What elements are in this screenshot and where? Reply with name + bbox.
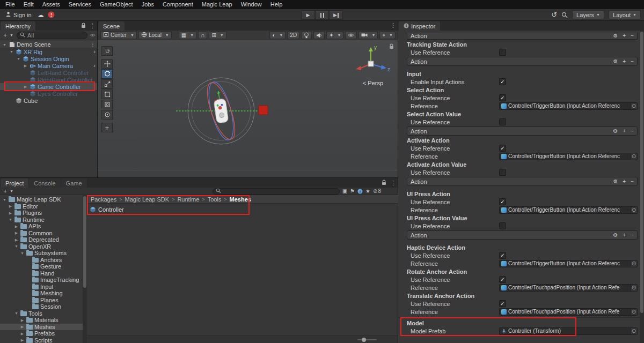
- minus-icon[interactable]: −: [631, 179, 634, 184]
- folder-input[interactable]: Input: [0, 284, 83, 290]
- scale-tool[interactable]: [101, 79, 113, 89]
- scrollbar-thumb[interactable]: [83, 196, 86, 288]
- minus-icon[interactable]: −: [631, 233, 634, 238]
- add-icon[interactable]: +: [623, 129, 626, 134]
- menu-jobs[interactable]: Jobs: [137, 0, 158, 9]
- object-picker-icon[interactable]: ⊙: [630, 260, 637, 267]
- action-property-box[interactable]: Action⚙+−: [407, 126, 638, 136]
- asset-controller[interactable]: Controller: [90, 206, 396, 213]
- expand-arrow-icon[interactable]: ▼: [9, 50, 14, 54]
- menu-edit[interactable]: Edit: [19, 0, 38, 9]
- expand-arrow-icon[interactable]: ▶: [14, 225, 19, 228]
- folder-openxr[interactable]: ▼OpenXR: [0, 243, 83, 250]
- tab-scene[interactable]: Scene: [98, 21, 125, 31]
- action-property-box[interactable]: Action⚙+−: [407, 57, 638, 66]
- folder-anchors[interactable]: Anchors: [0, 257, 83, 264]
- rotate-gizmo[interactable]: [161, 65, 365, 178]
- hierarchy-item-lefthand-controller[interactable]: LeftHand Controller: [0, 69, 98, 76]
- object-picker-icon[interactable]: ⊙: [630, 207, 637, 213]
- breadcrumb-runtime[interactable]: Runtime: [177, 196, 199, 203]
- expand-arrow-icon[interactable]: ▶: [8, 211, 13, 215]
- icon-size-slider[interactable]: [357, 339, 377, 340]
- gear-icon[interactable]: ⚙: [613, 179, 618, 184]
- search-by-type-icon[interactable]: ▣: [342, 189, 347, 194]
- folder-session[interactable]: Session: [0, 303, 83, 310]
- persp-label[interactable]: < Persp: [363, 80, 383, 86]
- sign-in-button[interactable]: Sign in: [3, 10, 34, 19]
- expand-arrow-icon[interactable]: ▼: [14, 311, 19, 315]
- object-field[interactable]: Controller/TouchpadPosition (Input Actio…: [499, 284, 638, 292]
- hierarchy-item-game-controller[interactable]: ▶Game Controller: [0, 83, 98, 90]
- lock-icon[interactable]: [389, 43, 394, 50]
- checkbox-use-reference[interactable]: [499, 49, 506, 56]
- rotate-tool[interactable]: [101, 69, 113, 79]
- folder-plugins[interactable]: ▶Plugins: [0, 210, 83, 217]
- tab-inspector[interactable]: Inspector: [399, 21, 440, 31]
- gear-icon[interactable]: ⚙: [613, 33, 618, 39]
- folder-runtime[interactable]: ▼Runtime: [0, 217, 83, 223]
- object-field[interactable]: Controller/TriggerButton (Input Action R…: [499, 206, 638, 214]
- favorites-star-icon[interactable]: ★: [365, 189, 370, 194]
- tab-game[interactable]: Game: [61, 178, 87, 188]
- minus-icon[interactable]: −: [631, 33, 634, 39]
- lock-icon[interactable]: [382, 180, 386, 187]
- add-tool-button[interactable]: +: [101, 123, 113, 132]
- menu-services[interactable]: Services: [64, 0, 96, 9]
- gizmos-dropdown[interactable]: ⌖▼: [379, 31, 396, 39]
- object-picker-icon[interactable]: ⊙: [630, 103, 637, 109]
- expand-arrow-icon[interactable]: ▶: [23, 85, 28, 88]
- hierarchy-item-cube[interactable]: Cube: [0, 97, 98, 104]
- panel-menu-icon[interactable]: ⋮: [390, 23, 396, 28]
- action-property-box[interactable]: Action⚙+−: [407, 177, 638, 186]
- folder-materials[interactable]: ▶Materials: [0, 317, 83, 324]
- hidden-packages-count[interactable]: ⊘8: [373, 188, 381, 194]
- checkbox-use-reference[interactable]: ✓: [499, 145, 506, 152]
- layers-dropdown[interactable]: Layers▼: [572, 10, 604, 19]
- add-object-button[interactable]: +▼: [2, 32, 14, 39]
- menu-help[interactable]: Help: [266, 0, 287, 9]
- hierarchy-item-xr-rig[interactable]: ▼XR Rig›: [0, 48, 98, 55]
- add-asset-button[interactable]: +▼: [2, 188, 14, 195]
- layout-dropdown[interactable]: Layout▼: [609, 10, 641, 19]
- gear-icon[interactable]: ⚙: [613, 233, 618, 238]
- object-field[interactable]: Controller/TouchpadPosition (Input Actio…: [499, 308, 638, 316]
- menu-assets[interactable]: Assets: [38, 0, 64, 9]
- transform-tool[interactable]: [101, 100, 113, 109]
- step-button[interactable]: ▶: [329, 10, 343, 20]
- checkbox-use-reference[interactable]: [499, 222, 506, 229]
- menu-component[interactable]: Component: [158, 0, 197, 9]
- folder-editor[interactable]: ▶Editor: [0, 203, 83, 210]
- expand-arrow-icon[interactable]: ▼: [14, 244, 19, 248]
- folder-deprecated[interactable]: ▶Deprecated: [0, 236, 83, 243]
- folder-meshing[interactable]: Meshing: [0, 290, 83, 297]
- add-icon[interactable]: +: [623, 59, 626, 64]
- object-field[interactable]: Controller/TriggerButton (Input Action R…: [499, 260, 638, 267]
- object-picker-icon[interactable]: ⊙: [630, 309, 637, 315]
- audio-toggle-icon[interactable]: [313, 31, 325, 39]
- folder-subsystems[interactable]: ▼Subsystems: [0, 250, 83, 257]
- lock-icon[interactable]: [81, 23, 86, 29]
- grid-visibility-dropdown[interactable]: ▦▼: [179, 31, 196, 39]
- folder-planes[interactable]: Planes: [0, 297, 83, 304]
- hierarchy-item-main-camera[interactable]: ▶Main Camera›: [0, 62, 98, 69]
- hierarchy-search-input[interactable]: All: [17, 32, 87, 39]
- project-search-input[interactable]: [213, 188, 340, 195]
- prefab-open-icon[interactable]: ›: [93, 63, 96, 69]
- checkbox-use-reference[interactable]: ✓: [499, 252, 506, 259]
- expand-arrow-icon[interactable]: ▼: [8, 218, 13, 221]
- checkbox-use-reference[interactable]: ✓: [499, 276, 506, 283]
- effects-dropdown[interactable]: ✦▼: [326, 31, 343, 39]
- expand-arrow-icon[interactable]: ▶: [20, 318, 25, 322]
- expand-arrow-icon[interactable]: ▶: [14, 231, 19, 235]
- add-icon[interactable]: +: [623, 33, 626, 39]
- menu-file[interactable]: File: [1, 0, 19, 9]
- action-property-box[interactable]: Action⚙+−: [407, 230, 638, 240]
- checkbox-use-reference[interactable]: [499, 169, 506, 176]
- action-property-box[interactable]: Action⚙+−: [407, 33, 638, 40]
- lighting-toggle-icon[interactable]: [301, 31, 312, 39]
- inspector-scrollbar[interactable]: [640, 31, 644, 343]
- expand-arrow-icon[interactable]: ▶: [20, 332, 25, 335]
- draw-mode-dropdown[interactable]: ◐▼: [269, 31, 286, 39]
- menu-window[interactable]: Window: [237, 0, 266, 9]
- folder-common[interactable]: ▶Common: [0, 230, 83, 237]
